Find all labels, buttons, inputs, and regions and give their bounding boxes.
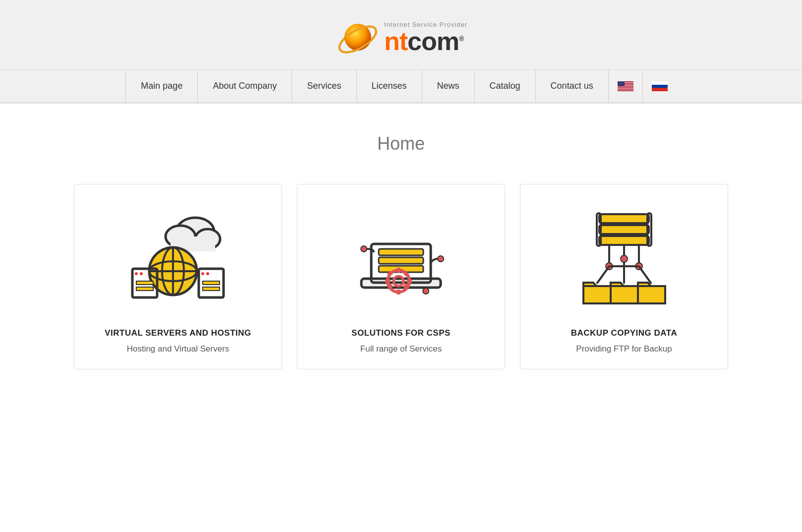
- svg-point-38: [438, 256, 444, 262]
- svg-rect-24: [379, 249, 423, 255]
- card-backup-title: BACKUP COPYING DATA: [571, 328, 677, 338]
- main-content: Home: [0, 104, 802, 399]
- lang-ru[interactable]: [643, 70, 677, 102]
- page-title: Home: [20, 133, 782, 154]
- svg-point-37: [361, 246, 367, 252]
- svg-point-1: [344, 24, 371, 51]
- svg-rect-29: [397, 268, 401, 273]
- svg-point-39: [423, 288, 429, 294]
- nav-news[interactable]: News: [422, 70, 475, 102]
- card-icon-backup: [535, 199, 713, 318]
- flag-us-icon: [618, 81, 633, 91]
- svg-point-20: [201, 272, 204, 275]
- nav-main-page[interactable]: Main page: [125, 70, 198, 102]
- nav-services[interactable]: Services: [292, 70, 356, 102]
- logo-text: Internet Service Provider ntcom®: [384, 21, 467, 54]
- logo[interactable]: Internet Service Provider ntcom®: [335, 15, 467, 59]
- svg-rect-41: [599, 225, 649, 234]
- lang-en[interactable]: [609, 70, 643, 102]
- logo-name: ntcom®: [384, 27, 463, 56]
- svg-rect-31: [385, 279, 390, 283]
- svg-line-52: [597, 266, 609, 284]
- card-solutions-csps: SOLUTIONS FOR CSPS Full range of Service…: [297, 184, 505, 369]
- nav-contact-us[interactable]: Contact us: [536, 70, 609, 102]
- nav-about-company[interactable]: About Company: [198, 70, 292, 102]
- svg-rect-18: [203, 281, 220, 285]
- card-icon-solutions-csps: [312, 199, 490, 318]
- svg-rect-14: [136, 287, 153, 291]
- svg-rect-25: [379, 257, 423, 264]
- svg-point-16: [140, 272, 143, 275]
- header: Internet Service Provider ntcom®: [0, 0, 802, 69]
- nav-catalog[interactable]: Catalog: [475, 70, 536, 102]
- card-solutions-csps-desc: Full range of Services: [360, 344, 442, 354]
- nav-licenses[interactable]: Licenses: [357, 70, 422, 102]
- logo-icon: [335, 15, 379, 59]
- cards-row: VIRTUAL SERVERS AND HOSTING Hosting and …: [54, 184, 748, 369]
- card-virtual-servers-desc: Hosting and Virtual Servers: [127, 344, 229, 354]
- svg-rect-40: [599, 214, 649, 223]
- card-virtual-servers-title: VIRTUAL SERVERS AND HOSTING: [105, 328, 251, 338]
- card-icon-virtual-servers: [89, 199, 267, 318]
- svg-point-21: [206, 272, 209, 275]
- nav: Main page About Company Services License…: [0, 69, 802, 104]
- card-virtual-servers: VIRTUAL SERVERS AND HOSTING Hosting and …: [74, 184, 282, 369]
- svg-rect-30: [397, 290, 401, 295]
- card-solutions-csps-title: SOLUTIONS FOR CSPS: [351, 328, 451, 338]
- card-backup-desc: Providing FTP for Backup: [576, 344, 672, 354]
- svg-rect-32: [407, 279, 412, 283]
- card-backup: BACKUP COPYING DATA Providing FTP for Ba…: [520, 184, 728, 369]
- svg-point-15: [135, 272, 138, 275]
- svg-point-50: [621, 255, 628, 262]
- svg-rect-13: [136, 281, 153, 285]
- flag-ru-icon: [652, 81, 668, 91]
- svg-line-54: [639, 266, 651, 284]
- svg-rect-19: [203, 287, 220, 291]
- svg-rect-42: [599, 236, 649, 245]
